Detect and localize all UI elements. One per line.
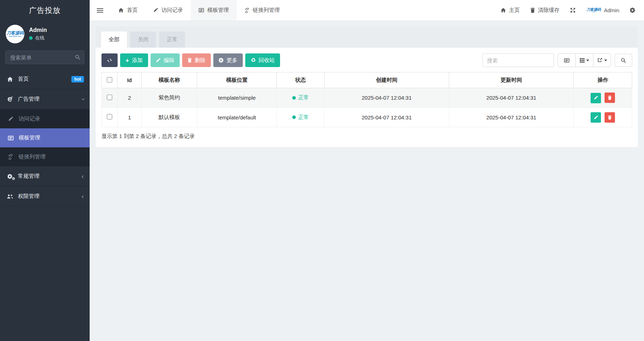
export-dropdown-button[interactable] [593,54,611,67]
view-options-group [558,53,611,67]
frontend-home-label: 主页 [509,7,520,14]
app-brand-title: 广告投放 [0,0,90,20]
user-name: Admin [29,27,47,33]
refresh-button[interactable] [101,53,118,67]
filter-tab-closed[interactable]: 关闭 [130,32,156,48]
list-alt-icon [564,58,569,63]
sidebar-item-visit-records[interactable]: 访问记录 [0,109,90,128]
site-logo: 刀客源码 ━━━━━ [586,8,601,13]
clear-cache-button[interactable]: 清除缓存 [530,7,559,14]
sidebar: 广告投放 刀客源码 www.dkswl.com Admin 在线 首页 hot [0,0,90,341]
edit-button-label: 编辑 [164,57,174,64]
table-search-input[interactable] [482,53,554,67]
sidebar-item-template-management[interactable]: 模板管理 [0,128,90,147]
user-status-label: 在线 [35,35,44,41]
more-button[interactable]: 更多 [213,53,243,67]
site-logo-text: 刀客源码 [586,8,601,11]
sidebar-toggle-button[interactable] [90,0,110,20]
settings-button[interactable] [630,8,635,13]
row-delete-button[interactable] [605,112,615,123]
search-toggle-button[interactable] [615,54,632,67]
add-button[interactable]: + 添加 [120,53,148,67]
row-edit-button[interactable] [591,112,601,123]
table-row: 1 默认模板 template/default 正常 2025-04-07 12… [102,108,632,127]
top-tab-visit-records[interactable]: 访问记录 [146,0,191,20]
top-tab-link-list-management[interactable]: 链接列管理 [237,0,288,20]
add-button-label: 添加 [132,57,143,64]
trash-icon [188,58,192,63]
chevron-left-icon: ‹ [81,173,84,180]
cell-id: 2 [118,88,142,108]
pencil-icon [156,58,161,63]
top-tab-home[interactable]: 首页 [110,0,146,20]
top-navbar: 首页 访问记录 模板管理 链接列管理 主页 [90,0,644,21]
row-delete-button[interactable] [605,93,615,103]
cell-template-location: template/simple [197,88,277,108]
sidebar-item-label: 首页 [18,76,29,82]
table-header-row: Id 模板名称 模板位置 状态 创建时间 更新时间 操作 [102,72,632,88]
sidebar-item-home[interactable]: 首页 hot [0,69,90,89]
home-icon [501,8,506,13]
status-label: 正常 [298,114,309,121]
sidebar-submenu-ad: 访问记录 模板管理 链接列管理 [0,109,90,166]
pencil-icon [7,117,14,122]
sidebar-item-general-management[interactable]: 常规管理 ‹ [0,166,90,186]
trash-icon [608,115,612,120]
avatar-logo-text: 刀客源码 [6,31,24,35]
sidebar-item-label: 访问记录 [19,115,40,122]
cell-updated-at: 2025-04-07 12:04:31 [449,88,574,108]
status-label: 正常 [298,94,309,101]
home-icon [6,76,13,82]
hamburger-icon [97,8,103,13]
select-all-checkbox[interactable] [107,77,112,82]
sidebar-search-input[interactable] [5,51,84,64]
top-tab-template-management[interactable]: 模板管理 [191,0,237,20]
frontend-home-link[interactable]: 主页 [501,7,520,14]
column-header-template-location: 模板位置 [197,72,277,88]
gear-icon [219,58,224,63]
column-header-template-name: 模板名称 [141,72,197,88]
hot-badge: hot [71,76,84,82]
row-edit-button[interactable] [591,93,601,103]
more-button-label: 更多 [227,57,237,64]
sidebar-item-ad-management[interactable]: 广告管理 ‹ [0,89,90,109]
clear-cache-label: 清除缓存 [538,7,559,14]
filter-tab-all[interactable]: 全部 [101,32,127,48]
row-checkbox[interactable] [107,95,112,100]
top-tabs: 首页 访问记录 模板管理 链接列管理 [110,0,288,20]
filter-tab-normal[interactable]: 正常 [159,32,185,48]
sidebar-item-permission-management[interactable]: 权限管理 ‹ [0,186,90,207]
row-checkbox[interactable] [107,114,112,119]
column-header-id: Id [118,72,142,88]
pencil-icon [153,8,158,13]
sidebar-item-label: 链接列管理 [19,153,46,160]
avatar: 刀客源码 www.dkswl.com [6,25,24,43]
caret-down-icon [604,60,607,61]
status-badge: 正常 [292,94,309,101]
sidebar-menu: 首页 hot 广告管理 ‹ 访问记录 模板管理 [0,69,90,207]
column-header-status: 状态 [277,72,325,88]
sidebar-item-label: 常规管理 [18,173,39,180]
edit-button[interactable]: 编辑 [151,53,180,67]
sidebar-item-link-list-management[interactable]: 链接列管理 [0,147,90,166]
online-status-dot-icon [29,36,33,40]
templates-table: Id 模板名称 模板位置 状态 创建时间 更新时间 操作 2 紫色简约 tem [101,72,632,127]
admin-username: Admin [604,7,619,13]
detail-view-button[interactable] [558,54,576,67]
recycle-icon: ♻ [251,57,256,63]
recycle-bin-button[interactable]: ♻ 回收站 [245,53,280,67]
column-header-operations: 操作 [574,72,632,88]
recycle-bin-label: 回收站 [259,57,275,64]
fullscreen-button[interactable] [570,8,576,13]
delete-button[interactable]: 删除 [182,53,211,67]
cell-updated-at: 2025-04-07 12:04:31 [449,108,574,127]
cell-template-name: 紫色简约 [141,88,197,108]
list-alt-icon [199,8,204,13]
cell-template-location: template/default [197,108,277,127]
status-dot-icon [292,115,296,119]
admin-account-menu[interactable]: 刀客源码 ━━━━━ Admin [586,7,619,13]
columns-dropdown-button[interactable] [576,54,593,67]
users-icon [6,194,13,199]
user-panel: 刀客源码 www.dkswl.com Admin 在线 [0,20,90,48]
chevron-left-icon: ‹ [81,193,84,200]
